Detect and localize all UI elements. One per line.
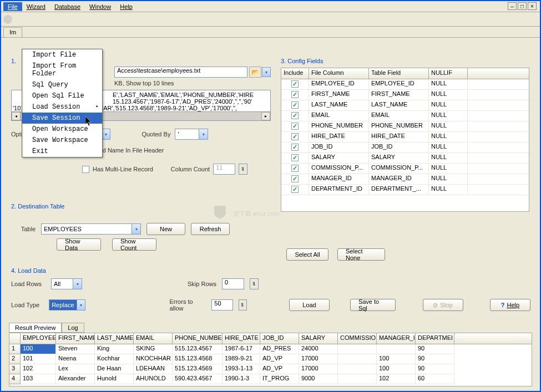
- menu-file[interactable]: File: [3, 2, 22, 11]
- column-count-label: Column Count: [171, 166, 210, 172]
- include-checkbox[interactable]: [291, 91, 299, 98]
- result-header-cell[interactable]: COMMISSIO: [338, 333, 377, 344]
- file-menu-exit[interactable]: Exit: [22, 146, 102, 157]
- result-header-cell[interactable]: MANAGER_I: [377, 333, 416, 344]
- config-row[interactable]: SALARYSALARYNULL: [281, 153, 529, 164]
- help-button[interactable]: ?Help: [490, 299, 530, 311]
- result-header-cell[interactable]: JOB_ID: [260, 333, 299, 344]
- file-menu-open-workspace[interactable]: Open Workspace: [22, 124, 102, 135]
- refresh-button[interactable]: Refresh: [191, 223, 230, 235]
- main-tab[interactable]: Im: [3, 27, 22, 37]
- menu-help[interactable]: Help: [115, 2, 137, 11]
- scroll-right-button[interactable]: ▸: [261, 112, 270, 120]
- config-row[interactable]: HIRE_DATEHIRE_DATENULL: [281, 132, 529, 142]
- table-combo[interactable]: EMPLOYEES▾: [41, 223, 141, 235]
- load-button[interactable]: Load: [289, 299, 330, 311]
- errors-allow-label: Errors to allow: [169, 298, 206, 312]
- result-tabstrip: Result Preview Log: [9, 323, 84, 333]
- show-data-button[interactable]: Show Data: [57, 238, 101, 251]
- menu-window[interactable]: Window: [85, 2, 115, 11]
- result-header-cell[interactable]: FIRST_NAME: [56, 333, 95, 344]
- result-header-cell[interactable]: HIRE_DATE: [223, 333, 260, 344]
- browse-dropdown[interactable]: ▾: [262, 67, 271, 77]
- load-section-title: 4. Load Data: [11, 267, 530, 274]
- include-checkbox[interactable]: [291, 123, 299, 130]
- include-checkbox[interactable]: [291, 154, 299, 161]
- file-menu-save-workspace[interactable]: Save Workspace: [22, 135, 102, 146]
- window-controls: – □ ×: [508, 2, 537, 10]
- errors-allow-input[interactable]: 50: [211, 299, 232, 310]
- new-table-button[interactable]: New: [146, 223, 185, 235]
- scroll-left-button[interactable]: ◂: [12, 112, 21, 120]
- skip-rows-spinner[interactable]: ⥮: [250, 278, 259, 289]
- errors-allow-spinner[interactable]: ⥮: [239, 299, 247, 310]
- result-row[interactable]: 1100StevenKingSKING515.123.45671987-6-17…: [9, 344, 532, 354]
- include-checkbox[interactable]: [291, 101, 299, 109]
- config-section-title: 3. Config Fields: [281, 58, 529, 64]
- config-row[interactable]: DEPARTMENT_IDDEPARTMENT_...NULL: [281, 185, 529, 195]
- file-menu-import-from-folder[interactable]: Import From Folder: [22, 60, 102, 79]
- file-menu-open-sql-file[interactable]: Open Sql File: [22, 90, 102, 101]
- stop-button[interactable]: ⊘Stop: [423, 299, 463, 311]
- result-header-cell[interactable]: EMPLOYEE: [21, 333, 56, 344]
- menu-database[interactable]: Database: [50, 2, 85, 11]
- include-checkbox[interactable]: [291, 186, 299, 193]
- config-row[interactable]: LAST_NAMELAST_NAMENULL: [281, 100, 529, 111]
- result-header-cell[interactable]: PHONE_NUMBER: [173, 333, 223, 344]
- log-tab[interactable]: Log: [62, 323, 84, 333]
- file-menu-import-file[interactable]: Import File: [22, 49, 102, 60]
- config-header-cell[interactable]: NULLIF: [429, 68, 468, 79]
- show-count-button[interactable]: Show Count: [112, 238, 156, 251]
- include-checkbox[interactable]: [291, 133, 299, 140]
- result-header-cell[interactable]: [9, 333, 21, 344]
- config-row[interactable]: EMPLOYEE_IDEMPLOYEE_IDNULL: [281, 79, 529, 90]
- result-row[interactable]: 2101NeenaKochharNKOCHHAR515.123.45681989…: [9, 354, 532, 364]
- result-header-cell[interactable]: DEPARTMEI: [416, 333, 454, 344]
- file-menu-save-session[interactable]: Save Session: [22, 113, 102, 124]
- include-checkbox[interactable]: [291, 112, 299, 119]
- config-header-cell[interactable]: Include: [281, 68, 309, 79]
- config-header-cell[interactable]: File Column: [309, 68, 369, 79]
- include-checkbox[interactable]: [291, 165, 299, 172]
- config-row[interactable]: MANAGER_IDMANAGER_IDNULL: [281, 174, 529, 185]
- multiline-checkbox[interactable]: [82, 166, 89, 173]
- column-count-spinner[interactable]: ⥮: [239, 164, 247, 175]
- toolbar-icon[interactable]: [3, 15, 12, 24]
- config-row[interactable]: PHONE_NUMBERPHONE_NUMBERNULL: [281, 121, 529, 132]
- maximize-button[interactable]: □: [518, 2, 527, 10]
- include-checkbox[interactable]: [291, 175, 299, 182]
- load-rows-combo[interactable]: All▾: [51, 278, 82, 289]
- result-preview-tab[interactable]: Result Preview: [9, 323, 62, 333]
- save-to-sql-button[interactable]: Save to Sql: [350, 299, 396, 311]
- result-header-cell[interactable]: SALARY: [299, 333, 338, 344]
- dest-section-title: 2. Destination Table: [11, 203, 271, 210]
- table-label: Table: [11, 226, 36, 232]
- file-path-input[interactable]: Access\testcase\employees.txt: [114, 67, 247, 78]
- file-menu-sql-query[interactable]: Sql Query: [22, 79, 102, 90]
- include-checkbox[interactable]: [291, 80, 299, 88]
- select-all-button[interactable]: Select All: [286, 248, 328, 261]
- result-row[interactable]: 4103AlexanderHunoldAHUNOLD590.423.456719…: [9, 374, 532, 384]
- minimize-button[interactable]: –: [508, 2, 517, 10]
- result-header-cell[interactable]: EMAIL: [134, 333, 173, 344]
- skip-rows-label: Skip Rows: [188, 281, 216, 287]
- config-fields-grid: IncludeFile ColumnTable FieldNULLIF EMPL…: [281, 68, 529, 212]
- quoted-by-combo[interactable]: '▾: [175, 129, 208, 140]
- menu-wizard[interactable]: Wizard: [22, 2, 50, 11]
- result-header-cell[interactable]: LAST_NAME: [95, 333, 134, 344]
- config-header-cell[interactable]: Table Field: [369, 68, 429, 79]
- browse-button[interactable]: 📂: [249, 67, 261, 78]
- config-row[interactable]: FIRST_NAMEFIRST_NAMENULL: [281, 90, 529, 100]
- close-button[interactable]: ×: [528, 2, 537, 10]
- load-type-combo[interactable]: Replace▾: [49, 299, 85, 310]
- menubar: FileWizardDatabaseWindowHelp – □ ×: [1, 1, 540, 12]
- include-checkbox[interactable]: [291, 144, 299, 151]
- select-none-button[interactable]: Select None: [337, 248, 385, 261]
- config-row[interactable]: COMMISSION_P...COMMISSION_P...NULL: [281, 164, 529, 174]
- result-row[interactable]: 3102LexDe HaanLDEHAAN515.123.45691993-1-…: [9, 364, 532, 374]
- column-count-input[interactable]: 11: [213, 164, 235, 175]
- skip-rows-input[interactable]: 0: [222, 278, 244, 289]
- config-row[interactable]: EMAILEMAILNULL: [281, 111, 529, 121]
- config-row[interactable]: JOB_IDJOB_IDNULL: [281, 142, 529, 153]
- file-menu-load-session[interactable]: Load Session: [22, 101, 102, 113]
